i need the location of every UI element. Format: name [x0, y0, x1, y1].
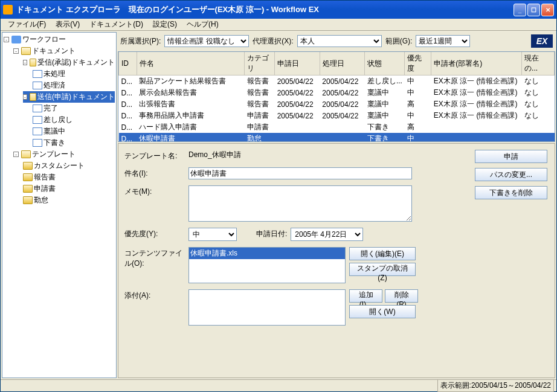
subject-input[interactable] [188, 167, 412, 179]
table-cell: なし [522, 87, 555, 98]
apply-button[interactable]: 申請 [475, 150, 547, 163]
twisty-collapse-icon[interactable]: - [13, 152, 19, 157]
table-row[interactable]: D...休暇申請書勤怠下書き中 [119, 133, 555, 142]
proxy-select[interactable]: 本人 [297, 35, 382, 47]
attachment-delete-button[interactable]: 削除(R) [385, 289, 418, 303]
priority-label: 優先度(Y): [124, 228, 185, 239]
workflow-icon [11, 36, 21, 43]
tree-received[interactable]: - 受信(承認)ドキュメント [23, 57, 115, 68]
table-row[interactable]: D...展示会結果報告書報告書2005/04/222005/04/22稟議中中E… [119, 87, 555, 98]
status-range-text: 表示範囲:2005/04/15～2005/04/22 [437, 379, 554, 392]
statusbar: 表示範囲:2005/04/15～2005/04/22 [1, 379, 556, 391]
table-cell: D... [119, 110, 137, 121]
table-cell: 稟議中 [365, 87, 405, 98]
tree-report-template-label: 報告書 [34, 172, 56, 182]
minimize-button[interactable]: _ [514, 4, 526, 16]
grid-header-cell[interactable]: 状態 [365, 52, 405, 76]
grid-header-cell[interactable]: 現在の... [522, 52, 555, 76]
tree-unprocessed[interactable]: 未処理 [33, 68, 115, 80]
close-button[interactable]: ✕ [541, 4, 554, 16]
attachment-open-button[interactable]: 開く(W) [349, 305, 416, 318]
tree-completed-label: 完了 [43, 103, 58, 114]
path-change-button[interactable]: パスの変更... [475, 168, 547, 181]
tree-templates-label: テンプレート [32, 149, 76, 159]
template-name-label: テンプレート名: [124, 150, 185, 161]
table-cell: なし [522, 98, 555, 110]
affiliation-select[interactable]: 情報企画課 役職なし [164, 35, 249, 47]
application-date-picker[interactable]: 2005年 4月22日 [291, 228, 363, 241]
table-cell [522, 133, 555, 142]
tree-completed[interactable]: 完了 [33, 103, 115, 114]
grid-header-cell[interactable]: ID [119, 52, 137, 76]
contents-file-item[interactable]: 休暇申請書.xls [189, 248, 345, 259]
table-cell: なし [522, 110, 555, 121]
table-cell: EX木原 涼一 (情報企画課) [431, 98, 522, 110]
tree-processed[interactable]: 処理済 [33, 80, 115, 91]
tree-report-template[interactable]: 報告書 [23, 172, 115, 183]
window-title: ドキュメント エクスプローラ 現在のログインユーザー(EX木原 涼一) - Wo… [16, 4, 514, 15]
tree-draft[interactable]: 下書き [33, 137, 115, 149]
table-cell [522, 121, 555, 133]
table-cell [275, 121, 320, 133]
folder-open-icon [21, 150, 31, 158]
table-cell: 申請書 [245, 110, 275, 121]
table-cell [320, 121, 365, 133]
table-cell: 2005/04/22 [275, 87, 320, 98]
table-row[interactable]: D...ハード購入申請書申請書下書き高 [119, 121, 555, 133]
doc-icon [33, 82, 42, 89]
table-cell [431, 133, 522, 142]
contents-file-listbox[interactable]: 休暇申請書.xls [188, 247, 346, 283]
menu-file[interactable]: ファイル(F) [3, 18, 51, 31]
tree-returned[interactable]: 差し戻し [33, 114, 115, 126]
ex-badge: EX [531, 34, 553, 48]
doc-icon [33, 139, 42, 147]
grid-header-cell[interactable]: 申請者(部署名) [431, 52, 522, 76]
tree-customsheet[interactable]: カスタムシート [23, 160, 115, 172]
twisty-collapse-icon[interactable]: - [4, 37, 9, 42]
grid-header-cell[interactable]: 処理日 [320, 52, 365, 76]
grid-header-cell[interactable]: 優先度 [405, 52, 431, 76]
stamp-cancel-button[interactable]: スタンプの取消(Z) [349, 263, 416, 276]
menu-view[interactable]: 表示(V) [51, 18, 85, 31]
table-cell: 勤怠 [245, 133, 275, 142]
delete-draft-button[interactable]: 下書きを削除 [475, 186, 547, 199]
memo-textarea[interactable] [188, 185, 412, 222]
tree-draft-label: 下書き [43, 138, 65, 148]
twisty-collapse-icon[interactable]: - [23, 60, 27, 65]
folder-icon [23, 173, 33, 181]
tree-attendance-template[interactable]: 勤怠 [23, 194, 115, 206]
twisty-collapse-icon[interactable]: - [23, 94, 27, 100]
table-cell: 稟議中 [365, 110, 405, 121]
tree-application-template[interactable]: 申請書 [23, 183, 115, 194]
doc-icon [33, 104, 42, 112]
twisty-collapse-icon[interactable]: - [13, 48, 19, 54]
tree-root[interactable]: - ワークフロー [4, 34, 115, 45]
table-row[interactable]: D...製品アンケート結果報告書報告書2005/04/222005/04/22差… [119, 76, 555, 88]
menu-settings[interactable]: 設定(S) [148, 18, 182, 31]
table-cell: 2005/04/22 [320, 76, 365, 88]
menu-document[interactable]: ドキュメント(D) [85, 18, 148, 31]
priority-select[interactable]: 中 [188, 228, 237, 241]
tree-inprogress[interactable]: 稟議中 [33, 126, 115, 137]
tree-templates[interactable]: - テンプレート [13, 149, 115, 160]
tree-view[interactable]: - ワークフロー - ドキュメント - 受信(承認)ドキュメント [2, 32, 117, 378]
detail-panel: テンプレート名: Demo_休暇申請 件名(I): メモ(M): 優先度(Y): [118, 143, 555, 378]
table-cell: EX木原 涼一 (情報企画課) [431, 87, 522, 98]
table-cell: 下書き [365, 133, 405, 142]
tree-documents[interactable]: - ドキュメント [13, 45, 115, 57]
attachment-listbox[interactable] [188, 289, 346, 326]
attachment-add-button[interactable]: 追加(I)... [349, 289, 382, 303]
table-row[interactable]: D...出張報告書報告書2005/04/222005/04/22稟議中高EX木原… [119, 98, 555, 110]
open-edit-button[interactable]: 開く(編集)(E) [349, 247, 416, 260]
menu-help[interactable]: ヘルプ(H) [182, 18, 224, 31]
tree-sent[interactable]: - 送信(申請)ドキュメント [23, 91, 115, 103]
grid-header-cell[interactable]: 件名 [137, 52, 245, 76]
table-cell: なし [522, 76, 555, 88]
range-select[interactable]: 最近1週間 [416, 35, 470, 47]
document-grid[interactable]: ID件名カテゴリ申請日処理日状態優先度申請者(部署名)現在の... D...製品… [118, 51, 555, 142]
maximize-button[interactable]: ☐ [527, 4, 540, 16]
doc-icon [33, 116, 42, 124]
grid-header-cell[interactable]: カテゴリ [245, 52, 275, 76]
table-row[interactable]: D...事務用品購入申請書申請書2005/04/222005/04/22稟議中中… [119, 110, 555, 121]
grid-header-cell[interactable]: 申請日 [275, 52, 320, 76]
